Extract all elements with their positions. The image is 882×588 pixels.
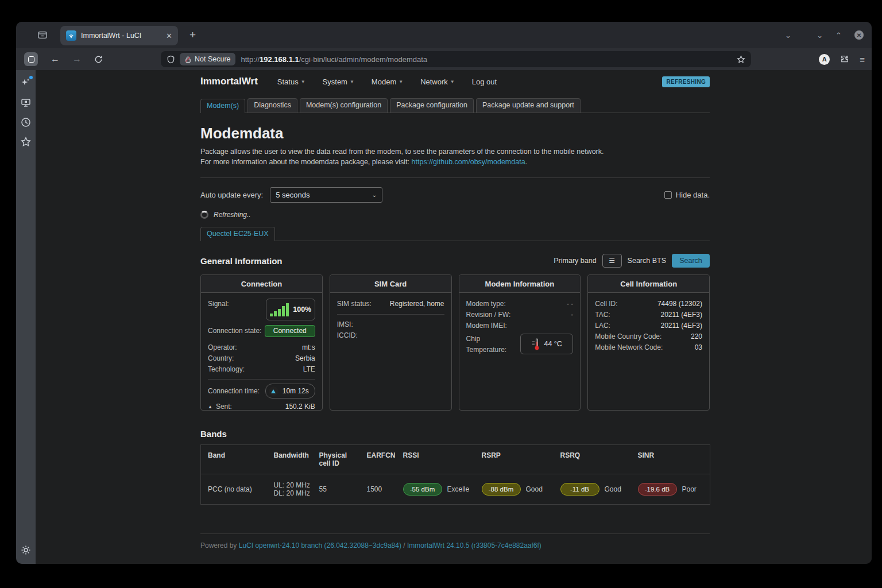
mnc-label: Mobile Network Code:: [595, 342, 663, 353]
state-label: Connection state:: [208, 326, 261, 336]
shield-icon[interactable]: [167, 55, 175, 64]
band-cell: PCC (no data): [201, 474, 267, 505]
ai-sparkle-icon[interactable]: [20, 77, 32, 88]
luci-header: ImmortalWrt Status▼ System▼ Modem▼ Netwo…: [200, 76, 710, 87]
col-rssi: RSSI: [396, 445, 475, 474]
tab-package-configuration[interactable]: Package configuration: [390, 98, 474, 113]
lac-label: LAC:: [595, 320, 610, 331]
forward-icon[interactable]: →: [72, 54, 82, 64]
connection-time-label: Connection time:: [208, 386, 260, 397]
nav-status[interactable]: Status▼: [277, 78, 305, 86]
modem-type-value: - -: [567, 299, 573, 310]
window-minimize-icon[interactable]: ⌄: [817, 31, 823, 40]
nav-logout[interactable]: Log out: [472, 78, 497, 86]
account-avatar[interactable]: A: [819, 54, 830, 65]
sim-card: SIM Card SIM status: Registered, home IM…: [330, 274, 452, 411]
mcc-value: 220: [691, 331, 702, 342]
imsi-label: IMSI:: [337, 319, 353, 330]
operator-value: mt:s: [302, 342, 315, 353]
chip-temperature-value: 44 °C: [544, 339, 562, 350]
mnc-value: 03: [695, 342, 702, 353]
col-earfcn: EARFCN: [360, 445, 396, 474]
rssi-cell: -55 dBmExcelle: [396, 474, 475, 505]
col-band: Band: [201, 445, 267, 474]
url-text: http://192.168.1.1/cgi-bin/luci/admin/mo…: [241, 55, 428, 64]
info-cards: Connection Signal:: [200, 274, 710, 411]
browser-tab[interactable]: ImmortalWrt - LuCI ✕: [60, 26, 178, 45]
technology-value: LTE: [303, 364, 315, 375]
not-secure-chip[interactable]: Not Secure: [180, 53, 235, 65]
signal-label: Signal:: [208, 299, 229, 310]
operator-label: Operator:: [208, 342, 237, 353]
tab-close-icon[interactable]: ✕: [166, 32, 172, 40]
back-icon[interactable]: ←: [51, 54, 60, 64]
cell-id-label: Cell ID:: [595, 299, 617, 310]
modem-type-label: Modem type:: [466, 299, 506, 310]
connection-state-badge: Connected: [265, 325, 315, 337]
nav-modem[interactable]: Modem▼: [372, 78, 403, 86]
hide-data-label: Hide data.: [676, 191, 710, 199]
bookmarks-star-icon[interactable]: [20, 136, 32, 148]
tab-list-chevron-icon[interactable]: ⌄: [785, 31, 791, 40]
section-tabs: Modem(s) Diagnostics Modem(s) configurat…: [200, 98, 710, 113]
brand-title: ImmortalWrt: [200, 76, 258, 87]
chevron-down-icon: ▼: [301, 79, 305, 84]
sidebar-toggle-icon[interactable]: [24, 52, 38, 66]
primary-band-menu-button[interactable]: ☰: [602, 254, 622, 268]
country-value: Serbia: [295, 353, 315, 364]
tab-package-update[interactable]: Package update and support: [476, 98, 581, 113]
tab-modems-configuration[interactable]: Modem(s) configuration: [300, 98, 388, 113]
refreshing-badge: REFRESHING: [662, 76, 710, 87]
cell-id-value: 74498 (12302): [657, 299, 702, 310]
connection-time-widget: 10m 12s: [265, 384, 315, 399]
country-label: Country:: [208, 353, 234, 364]
auto-update-select[interactable]: 5 seconds ⌄: [270, 187, 382, 203]
tac-label: TAC:: [595, 310, 610, 320]
immortalwrt-version-link[interactable]: ImmortalWrt 24.10.5 (r33805-7c4e882aaf6f…: [407, 541, 541, 550]
thermometer-icon: [531, 337, 540, 351]
hide-data-checkbox[interactable]: [664, 191, 672, 199]
window-maximize-icon[interactable]: ⌃: [835, 31, 842, 40]
chip-temperature-widget: 44 °C: [520, 334, 573, 354]
settings-gear-icon[interactable]: [20, 544, 32, 556]
archive-icon[interactable]: [37, 29, 48, 41]
nav-system[interactable]: System▼: [323, 78, 354, 86]
sent-label: Sent:: [216, 402, 232, 411]
modemdata-link[interactable]: https://github.com/obsy/modemdata: [412, 158, 525, 166]
col-physical-cell-id: Physical cell ID: [312, 445, 360, 474]
luci-version-link[interactable]: LuCI openwrt-24.10 branch (26.042.32088~…: [239, 541, 401, 550]
auto-update-label: Auto update every:: [200, 191, 263, 199]
tab-diagnostics[interactable]: Diagnostics: [247, 98, 297, 113]
menu-hamburger-icon[interactable]: ≡: [860, 55, 865, 64]
general-info-heading: General Information: [200, 256, 283, 266]
card-title: SIM Card: [330, 275, 451, 293]
device-sync-icon[interactable]: [20, 97, 32, 109]
url-bar[interactable]: Not Secure http://192.168.1.1/cgi-bin/lu…: [161, 51, 751, 67]
extensions-puzzle-icon[interactable]: [840, 55, 849, 64]
search-button[interactable]: Search: [672, 254, 710, 268]
new-tab-button[interactable]: +: [189, 29, 196, 41]
general-info-row: General Information Primary band ☰ Searc…: [200, 254, 710, 268]
browser-toolbar: ← → Not Secure http://192.168.1.1/cg: [16, 48, 872, 70]
bands-heading: Bands: [200, 429, 710, 439]
connection-time-value: 10m 12s: [283, 386, 309, 397]
col-bandwidth: Bandwidth: [267, 445, 312, 474]
signal-bars-icon: [269, 301, 291, 318]
divider: [200, 177, 710, 178]
col-rsrp: RSRP: [475, 445, 554, 474]
tab-quectel-ec25-eux[interactable]: Quectel EC25-EUX: [200, 227, 275, 241]
window-close-icon[interactable]: ✕: [854, 30, 864, 40]
tab-modems[interactable]: Modem(s): [200, 99, 245, 113]
history-clock-icon[interactable]: [20, 117, 32, 128]
earfcn-cell: 1500: [360, 474, 396, 505]
reload-icon[interactable]: [94, 55, 103, 64]
tac-value: 20211 (4EF3): [661, 310, 703, 320]
technology-label: Technology:: [208, 364, 245, 375]
nav-network[interactable]: Network▼: [420, 78, 455, 86]
browser-window: ImmortalWrt - LuCI ✕ + ⌄ ⌄ ⌃ ✕ ← →: [16, 22, 872, 564]
rssi-rating: Excelle: [447, 485, 470, 493]
mcc-label: Mobile Country Code:: [595, 331, 662, 342]
page-title: Modemdata: [200, 125, 710, 142]
bookmark-star-icon[interactable]: [737, 55, 745, 64]
rsrq-cell: -11 dBGood: [554, 474, 631, 505]
